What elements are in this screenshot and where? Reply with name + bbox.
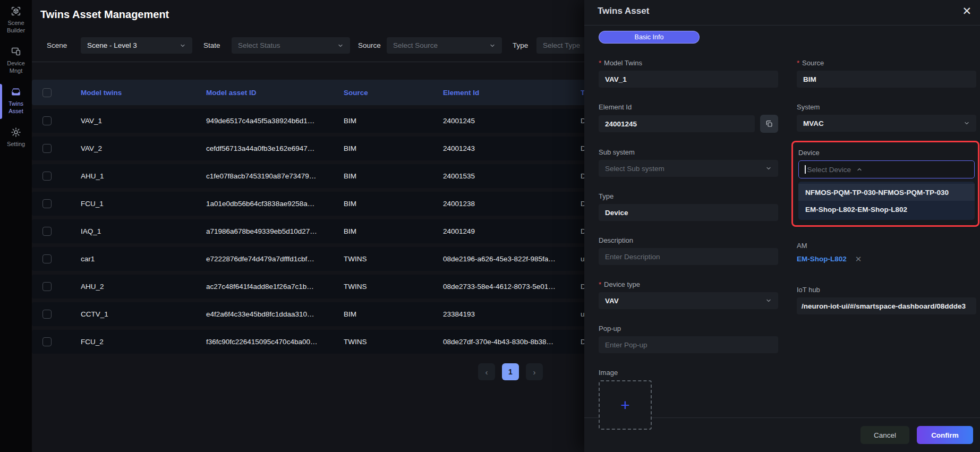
row-checkbox[interactable]	[42, 116, 52, 125]
col-header-element-id[interactable]: Element Id	[443, 89, 581, 97]
cell-model-twins: CCTV_1	[81, 310, 206, 318]
sidebar-item-label: Setting	[1, 140, 31, 148]
chevron-down-icon	[489, 42, 496, 49]
system-select[interactable]: MVAC	[797, 115, 976, 132]
cell-element-id: 24001249	[443, 227, 581, 235]
cell-asset-id: ac27c48f641f4add8e1f26a7c1b…	[206, 283, 344, 291]
field-sub-system: Sub system Select Sub system	[599, 148, 778, 177]
cell-model-twins: VAV_1	[81, 117, 206, 125]
close-icon[interactable]: ✕	[960, 3, 974, 19]
cell-model-twins: AHU_2	[81, 283, 206, 291]
current-page[interactable]: 1	[502, 363, 519, 380]
cell-source: TWINS	[344, 255, 443, 263]
cell-source: BIM	[344, 144, 443, 152]
row-checkbox[interactable]	[42, 254, 52, 263]
row-checkbox[interactable]	[42, 172, 52, 181]
device-option[interactable]: EM-Shop-L802-EM-Shop-L802	[798, 201, 975, 218]
divider	[32, 62, 659, 62]
drawer-header: Twins Asset ✕	[584, 0, 980, 25]
twins-asset-drawer: Twins Asset ✕ Basic Info *Model Twins VA…	[584, 0, 980, 452]
field-label: Sub system	[599, 148, 778, 157]
cell-element-id: 08de2196-a626-45e3-822f-985fa…	[443, 255, 581, 263]
chevron-down-icon	[180, 42, 186, 49]
tab-basic-info[interactable]: Basic Info	[599, 31, 700, 44]
row-checkbox[interactable]	[42, 227, 52, 236]
sidebar-item-scene-builder[interactable]: SceneBuilder	[0, 0, 32, 40]
image-upload-box[interactable]: +	[599, 380, 652, 430]
cell-element-id: 24001243	[443, 144, 581, 152]
field-model-twins: *Model Twins VAV_1	[599, 59, 778, 88]
cell-element-id: 23384193	[443, 310, 581, 318]
drawer-title: Twins Asset	[598, 6, 649, 16]
cell-model-twins: IAQ_1	[81, 227, 206, 235]
row-checkbox[interactable]	[42, 199, 52, 208]
field-popup: Pop-up Enter Pop-up	[599, 325, 778, 353]
type-input[interactable]: Device	[599, 204, 778, 221]
page-title: Twins Asset Management	[40, 8, 169, 21]
sidebar-item-label: DeviceMngt	[1, 59, 31, 74]
device-options-dropdown: NFMOS-PQM-TP-030-NFMOS-PQM-TP-030 EM-Sho…	[798, 182, 975, 220]
scene-select[interactable]: Scene - Level 3	[81, 37, 192, 54]
device-type-select[interactable]: VAV	[599, 292, 778, 309]
filter-label-state: State	[203, 41, 220, 49]
confirm-button[interactable]: Confirm	[917, 426, 973, 444]
sidebar-item-device-mngt[interactable]: DeviceMngt	[0, 40, 32, 81]
iot-hub-input[interactable]: /neuron-iot-ui/#/smartspace-dashboard/08…	[797, 297, 976, 314]
sidebar: SceneBuilder DeviceMngt TwinsAsset Setti…	[0, 0, 32, 452]
field-label: System	[797, 103, 976, 112]
field-label: Device type	[604, 280, 640, 288]
model-twins-input[interactable]: VAV_1	[599, 71, 778, 88]
device-option[interactable]: NFMOS-PQM-TP-030-NFMOS-PQM-TP-030	[798, 184, 975, 201]
cell-element-id: 08de2733-58e4-4612-8073-5e01…	[443, 283, 581, 291]
cancel-button[interactable]: Cancel	[860, 426, 909, 444]
select-all-checkbox[interactable]	[42, 88, 52, 97]
col-header-model-asset-id[interactable]: Model asset ID	[206, 89, 344, 97]
row-checkbox[interactable]	[42, 144, 52, 153]
cell-asset-id: 1a01e0db56b64cf3838ae9258a…	[206, 200, 344, 208]
row-checkbox[interactable]	[42, 337, 52, 346]
field-iot-hub: IoT hub /neuron-iot-ui/#/smartspace-dash…	[797, 286, 976, 314]
field-source: *Source BIM	[797, 59, 976, 88]
chevron-down-icon	[964, 120, 970, 126]
sidebar-item-label: SceneBuilder	[1, 19, 31, 34]
filter-label-scene: Scene	[47, 41, 67, 49]
filter-label-type: Type	[513, 41, 528, 49]
state-select[interactable]: Select Status	[232, 37, 350, 54]
device-mngt-icon	[10, 46, 22, 57]
cell-model-twins: VAV_2	[81, 144, 206, 152]
cell-asset-id: a71986a678be49339eb5d10d27…	[206, 227, 344, 235]
chevron-down-icon	[765, 165, 772, 172]
description-input[interactable]: Enter Description	[599, 248, 778, 265]
cell-model-twins: AHU_1	[81, 172, 206, 180]
am-link[interactable]: EM-Shop-L802	[797, 255, 847, 263]
sidebar-item-twins-asset[interactable]: TwinsAsset	[0, 81, 32, 121]
cell-source: TWINS	[344, 338, 443, 346]
row-checkbox[interactable]	[42, 282, 52, 291]
prev-page-button[interactable]: ‹	[478, 363, 495, 380]
row-checkbox[interactable]	[42, 310, 52, 319]
cell-asset-id: 949de6517c4a45f5a38924b6d1…	[206, 117, 344, 125]
chevron-up-icon	[856, 166, 863, 173]
filter-label-source: Source	[358, 41, 381, 49]
next-page-button[interactable]: ›	[526, 363, 543, 380]
cell-element-id: 24001535	[443, 172, 581, 180]
field-image: Image +	[599, 369, 778, 430]
field-label: IoT hub	[797, 286, 976, 294]
copy-button[interactable]	[760, 115, 778, 133]
col-header-source[interactable]: Source	[344, 89, 443, 97]
chevron-down-icon	[765, 297, 772, 304]
device-field-highlight: Device Select Device NFMOS-PQM-TP-030-NF…	[791, 141, 979, 227]
source-select[interactable]: Select Source	[387, 37, 502, 54]
device-select[interactable]: Select Device	[798, 160, 975, 178]
col-header-model-twins[interactable]: Model twins	[81, 89, 206, 97]
sub-system-select[interactable]: Select Sub system	[599, 160, 778, 177]
remove-icon[interactable]: ✕	[855, 255, 862, 263]
source-input[interactable]: BIM	[797, 71, 976, 88]
element-id-input[interactable]: 24001245	[599, 115, 755, 132]
sidebar-item-setting[interactable]: Setting	[0, 121, 32, 154]
popup-input[interactable]: Enter Pop-up	[599, 336, 778, 353]
setting-icon	[10, 126, 22, 138]
cell-asset-id: cefdf56713a44a0fb3e162e6947…	[206, 144, 344, 152]
required-asterisk: *	[599, 280, 601, 288]
field-label: Description	[599, 236, 778, 245]
